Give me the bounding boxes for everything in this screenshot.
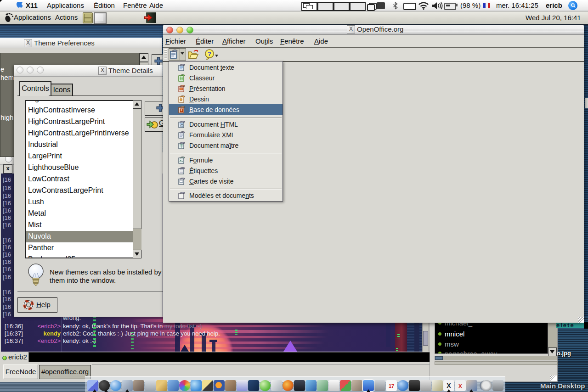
svg-text:?: ? <box>208 50 211 57</box>
